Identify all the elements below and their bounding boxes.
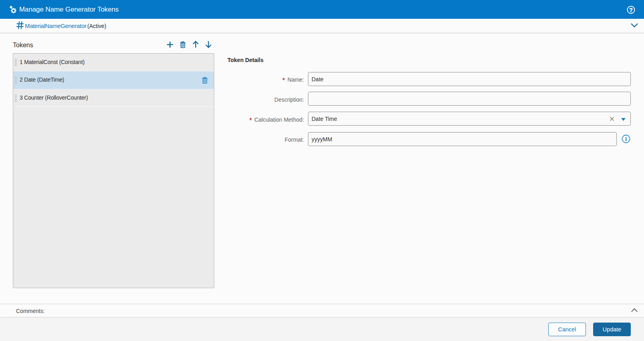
- svg-text:i: i: [625, 136, 627, 142]
- svg-text:?: ?: [629, 7, 633, 13]
